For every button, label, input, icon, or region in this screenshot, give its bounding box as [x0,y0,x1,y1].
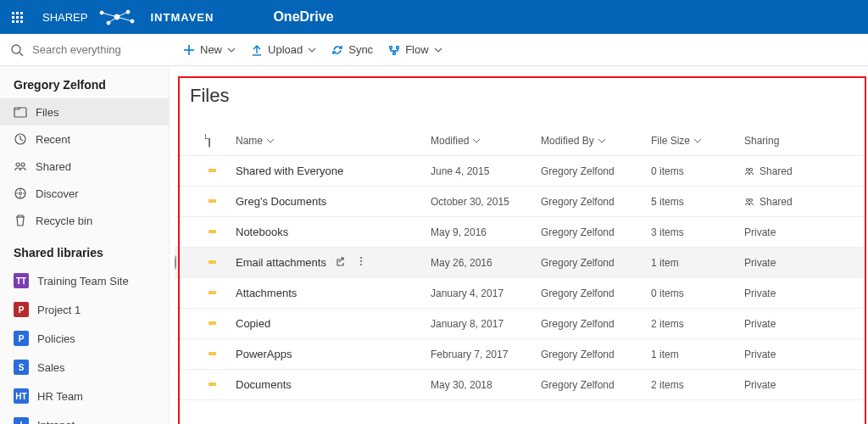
chevron-down-icon [434,46,442,54]
library-tile-icon: TT [14,273,29,288]
table-row[interactable]: Email attachments May 26, 2016 Gregory Z… [175,248,866,278]
column-sharing[interactable]: Sharing [744,135,812,147]
library-label: Policies [37,332,75,345]
svg-point-22 [21,163,25,166]
table-row[interactable]: Copied January 8, 2017 Gregory Zelfond 2… [175,309,866,339]
search-box[interactable] [0,34,170,65]
modified-cell: January 8, 2017 [431,318,541,330]
item-name[interactable]: Notebooks [236,226,288,238]
item-name[interactable]: Greg's Documents [236,195,326,208]
plus-icon [183,44,195,56]
modified-cell: May 26, 2016 [431,257,541,269]
more-actions-icon[interactable] [355,255,367,270]
modified-cell: May 30, 2018 [431,379,541,391]
sharing-cell[interactable]: Shared [744,165,812,177]
library-tile-icon: S [14,360,29,375]
sharing-cell[interactable]: Private [744,287,812,299]
new-button[interactable]: New [183,43,236,56]
item-name[interactable]: Shared with Everyone [236,165,343,177]
file-size-cell: 3 items [651,226,744,238]
sharing-cell[interactable]: Private [744,379,812,391]
table-row[interactable]: Documents May 30, 2018 Gregory Zelfond 2… [175,370,866,400]
table-row[interactable]: PowerApps February 7, 2017 Gregory Zelfo… [175,339,866,370]
search-input[interactable] [32,43,142,56]
table-row[interactable]: Greg's Documents October 30, 2015 Gregor… [175,187,866,217]
svg-line-8 [117,17,132,21]
item-name[interactable]: Email attachments [236,256,326,269]
sidebar-library-item[interactable]: IIntranet [0,410,169,424]
sidebar-library-item[interactable]: HTHR Team [0,382,169,410]
file-size-cell: 5 items [651,196,744,208]
sidebar-item-discover[interactable]: Discover [0,180,169,207]
upload-button[interactable]: Upload [251,43,316,56]
svg-point-26 [749,168,752,170]
library-label: HR Team [37,390,83,403]
modified-by-cell: Gregory Zelfond [541,349,651,360]
column-file-size[interactable]: File Size [651,135,744,147]
svg-line-7 [117,12,128,17]
sharing-cell[interactable]: Shared [744,196,812,208]
file-grid: Name Modified Modified By File Size Shar… [175,126,866,400]
sidebar-item-label: Files [36,106,58,119]
library-label: Training Team Site [37,275,129,287]
upload-label: Upload [268,43,303,56]
sidebar-library-item[interactable]: PPolicies [0,324,169,353]
sidebar-library-item[interactable]: PProject 1 [0,295,169,324]
modified-cell: June 4, 2015 [431,165,541,177]
table-row[interactable]: Shared with Everyone June 4, 2015 Gregor… [175,156,866,187]
sidebar-item-label: Recycle bin [36,215,92,227]
file-type-column-icon[interactable] [209,135,236,147]
modified-cell: February 7, 2017 [431,349,541,360]
column-modified-by[interactable]: Modified By [541,135,651,147]
item-name[interactable]: PowerApps [236,348,292,360]
svg-point-31 [360,264,362,265]
svg-line-5 [102,13,117,17]
column-name[interactable]: Name [236,135,431,147]
share-action-icon[interactable] [335,255,347,270]
sidebar-item-label: Shared [36,160,71,173]
svg-point-30 [360,260,362,262]
item-name[interactable]: Attachments [236,287,297,299]
recycle-bin-icon [14,214,27,227]
sidebar-library-item[interactable]: TTTraining Team Site [0,266,169,295]
library-label: Intranet [37,419,75,425]
upload-icon [251,44,263,56]
column-modified[interactable]: Modified [431,135,541,147]
shared-icon [14,159,27,173]
discover-icon [14,187,27,200]
flow-label: Flow [405,43,428,56]
svg-point-27 [746,198,748,201]
main-content: Files Name Modified Modified By File Siz… [170,66,868,424]
item-name[interactable]: Documents [236,378,292,391]
sidebar-item-files[interactable]: Files [0,98,169,126]
sidebar-item-recent[interactable]: Recent [0,126,169,153]
sync-icon [331,44,343,56]
shared-icon [744,197,754,207]
sidebar-item-recycle[interactable]: Recycle bin [0,207,169,234]
row-select-circle[interactable] [175,255,176,270]
svg-point-29 [360,257,362,259]
grid-header-row: Name Modified Modified By File Size Shar… [175,126,866,156]
sync-button[interactable]: Sync [331,43,373,56]
sharing-cell[interactable]: Private [744,226,812,238]
sharing-cell[interactable]: Private [744,349,812,360]
library-tile-icon: P [14,331,29,346]
table-row[interactable]: Notebooks May 9, 2016 Gregory Zelfond 3 … [175,217,866,248]
sharing-cell[interactable]: Private [744,318,812,330]
brand-logo-graphic [87,6,147,28]
file-size-cell: 2 items [651,379,744,391]
sharing-cell[interactable]: Private [744,257,812,269]
sidebar-item-shared[interactable]: Shared [0,153,169,180]
svg-point-15 [390,46,392,48]
waffle-icon [12,12,23,23]
app-launcher-button[interactable] [0,0,34,34]
item-name[interactable]: Copied [236,317,270,330]
library-tile-icon: I [14,417,29,424]
service-name[interactable]: OneDrive [273,9,333,25]
library-tile-icon: HT [14,388,29,404]
sidebar-library-item[interactable]: SSales [0,353,169,382]
page-title: Files [190,85,866,107]
modified-cell: May 9, 2016 [431,226,541,238]
flow-button[interactable]: Flow [388,43,442,56]
table-row[interactable]: Attachments January 4, 2017 Gregory Zelf… [175,278,866,309]
